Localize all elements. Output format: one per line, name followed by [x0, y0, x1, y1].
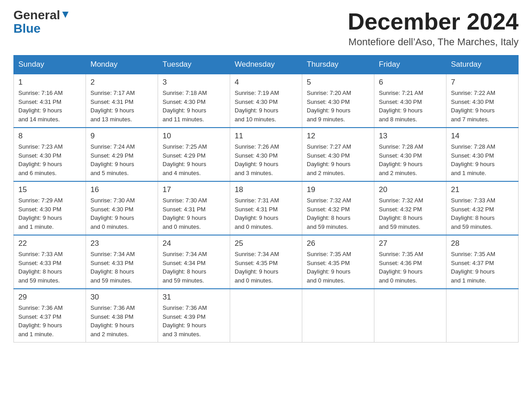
table-row: 2Sunrise: 7:17 AM Sunset: 4:31 PM Daylig…	[86, 74, 158, 128]
calendar-title: December 2024	[348, 9, 519, 34]
day-number: 8	[18, 132, 81, 141]
table-row: 10Sunrise: 7:25 AM Sunset: 4:29 PM Dayli…	[158, 128, 230, 181]
table-row: 13Sunrise: 7:28 AM Sunset: 4:30 PM Dayli…	[374, 128, 446, 181]
col-sunday: Sunday	[14, 56, 86, 74]
table-row: 17Sunrise: 7:30 AM Sunset: 4:31 PM Dayli…	[158, 181, 230, 235]
table-row: 29Sunrise: 7:36 AM Sunset: 4:37 PM Dayli…	[14, 289, 86, 342]
day-info: Sunrise: 7:34 AM Sunset: 4:33 PM Dayligh…	[90, 250, 153, 285]
day-info: Sunrise: 7:35 AM Sunset: 4:35 PM Dayligh…	[307, 250, 369, 285]
table-row: 16Sunrise: 7:30 AM Sunset: 4:30 PM Dayli…	[86, 181, 158, 235]
day-number: 17	[163, 185, 225, 194]
calendar-table: Sunday Monday Tuesday Wednesday Thursday…	[13, 55, 519, 342]
day-number: 26	[307, 239, 369, 248]
table-row: 8Sunrise: 7:23 AM Sunset: 4:30 PM Daylig…	[14, 128, 86, 181]
day-info: Sunrise: 7:25 AM Sunset: 4:29 PM Dayligh…	[163, 142, 225, 177]
day-number: 25	[235, 239, 297, 248]
day-info: Sunrise: 7:35 AM Sunset: 4:37 PM Dayligh…	[451, 250, 514, 285]
day-info: Sunrise: 7:32 AM Sunset: 4:32 PM Dayligh…	[307, 196, 369, 231]
day-number: 9	[90, 132, 153, 141]
col-thursday: Thursday	[302, 56, 374, 74]
table-row: 9Sunrise: 7:24 AM Sunset: 4:29 PM Daylig…	[86, 128, 158, 181]
table-row: 3Sunrise: 7:18 AM Sunset: 4:30 PM Daylig…	[158, 74, 230, 128]
calendar-week-row: 1Sunrise: 7:16 AM Sunset: 4:31 PM Daylig…	[14, 74, 519, 128]
day-info: Sunrise: 7:22 AM Sunset: 4:30 PM Dayligh…	[451, 89, 514, 124]
table-row: 15Sunrise: 7:29 AM Sunset: 4:30 PM Dayli…	[14, 181, 86, 235]
table-row: 30Sunrise: 7:36 AM Sunset: 4:38 PM Dayli…	[86, 289, 158, 342]
day-info: Sunrise: 7:31 AM Sunset: 4:31 PM Dayligh…	[235, 196, 297, 231]
title-block: December 2024 Montefiore dell’Aso, The M…	[348, 9, 519, 48]
day-number: 11	[235, 132, 297, 141]
day-info: Sunrise: 7:30 AM Sunset: 4:30 PM Dayligh…	[90, 196, 153, 231]
table-row: 7Sunrise: 7:22 AM Sunset: 4:30 PM Daylig…	[446, 74, 519, 128]
logo-general: General	[13, 9, 60, 21]
table-row	[302, 289, 374, 342]
calendar-week-row: 8Sunrise: 7:23 AM Sunset: 4:30 PM Daylig…	[14, 128, 519, 181]
table-row	[230, 289, 302, 342]
col-wednesday: Wednesday	[230, 56, 302, 74]
day-number: 1	[18, 78, 81, 87]
table-row: 12Sunrise: 7:27 AM Sunset: 4:30 PM Dayli…	[302, 128, 374, 181]
table-row: 19Sunrise: 7:32 AM Sunset: 4:32 PM Dayli…	[302, 181, 374, 235]
day-number: 21	[451, 185, 514, 194]
table-row: 18Sunrise: 7:31 AM Sunset: 4:31 PM Dayli…	[230, 181, 302, 235]
day-number: 27	[379, 239, 442, 248]
day-info: Sunrise: 7:34 AM Sunset: 4:34 PM Dayligh…	[163, 250, 225, 285]
day-info: Sunrise: 7:16 AM Sunset: 4:31 PM Dayligh…	[18, 89, 81, 124]
day-number: 13	[379, 132, 442, 141]
calendar-week-row: 29Sunrise: 7:36 AM Sunset: 4:37 PM Dayli…	[14, 289, 519, 342]
day-info: Sunrise: 7:28 AM Sunset: 4:30 PM Dayligh…	[379, 142, 442, 177]
day-info: Sunrise: 7:21 AM Sunset: 4:30 PM Dayligh…	[379, 89, 442, 124]
day-info: Sunrise: 7:36 AM Sunset: 4:39 PM Dayligh…	[163, 304, 225, 338]
calendar-week-row: 22Sunrise: 7:33 AM Sunset: 4:33 PM Dayli…	[14, 235, 519, 289]
day-info: Sunrise: 7:36 AM Sunset: 4:38 PM Dayligh…	[90, 304, 153, 338]
table-row: 6Sunrise: 7:21 AM Sunset: 4:30 PM Daylig…	[374, 74, 446, 128]
logo-triangle-icon	[60, 10, 70, 20]
table-row: 5Sunrise: 7:20 AM Sunset: 4:30 PM Daylig…	[302, 74, 374, 128]
table-row	[374, 289, 446, 342]
col-friday: Friday	[374, 56, 446, 74]
day-number: 18	[235, 185, 297, 194]
table-row	[446, 289, 519, 342]
calendar-header-row: Sunday Monday Tuesday Wednesday Thursday…	[14, 56, 519, 74]
day-info: Sunrise: 7:29 AM Sunset: 4:30 PM Dayligh…	[18, 196, 81, 231]
day-number: 28	[451, 239, 514, 248]
page-header: General Blue December 2024 Montefiore de…	[13, 9, 519, 48]
logo-blue: Blue	[13, 22, 41, 35]
day-number: 16	[90, 185, 153, 194]
day-number: 19	[307, 185, 369, 194]
day-info: Sunrise: 7:28 AM Sunset: 4:30 PM Dayligh…	[451, 142, 514, 177]
day-info: Sunrise: 7:20 AM Sunset: 4:30 PM Dayligh…	[307, 89, 369, 124]
table-row: 20Sunrise: 7:32 AM Sunset: 4:32 PM Dayli…	[374, 181, 446, 235]
day-number: 15	[18, 185, 81, 194]
day-info: Sunrise: 7:27 AM Sunset: 4:30 PM Dayligh…	[307, 142, 369, 177]
day-info: Sunrise: 7:35 AM Sunset: 4:36 PM Dayligh…	[379, 250, 442, 285]
day-number: 6	[379, 78, 442, 87]
day-info: Sunrise: 7:36 AM Sunset: 4:37 PM Dayligh…	[18, 304, 81, 338]
table-row: 25Sunrise: 7:34 AM Sunset: 4:35 PM Dayli…	[230, 235, 302, 289]
day-info: Sunrise: 7:19 AM Sunset: 4:30 PM Dayligh…	[235, 89, 297, 124]
day-info: Sunrise: 7:24 AM Sunset: 4:29 PM Dayligh…	[90, 142, 153, 177]
day-info: Sunrise: 7:26 AM Sunset: 4:30 PM Dayligh…	[235, 142, 297, 177]
svg-marker-0	[62, 12, 69, 18]
day-number: 24	[163, 239, 225, 248]
col-tuesday: Tuesday	[158, 56, 230, 74]
day-info: Sunrise: 7:33 AM Sunset: 4:33 PM Dayligh…	[18, 250, 81, 285]
table-row: 31Sunrise: 7:36 AM Sunset: 4:39 PM Dayli…	[158, 289, 230, 342]
day-number: 23	[90, 239, 153, 248]
table-row: 4Sunrise: 7:19 AM Sunset: 4:30 PM Daylig…	[230, 74, 302, 128]
calendar-week-row: 15Sunrise: 7:29 AM Sunset: 4:30 PM Dayli…	[14, 181, 519, 235]
table-row: 1Sunrise: 7:16 AM Sunset: 4:31 PM Daylig…	[14, 74, 86, 128]
day-info: Sunrise: 7:32 AM Sunset: 4:32 PM Dayligh…	[379, 196, 442, 231]
logo: General Blue	[13, 9, 70, 35]
day-info: Sunrise: 7:17 AM Sunset: 4:31 PM Dayligh…	[90, 89, 153, 124]
col-monday: Monday	[86, 56, 158, 74]
day-number: 31	[163, 293, 225, 302]
calendar-subtitle: Montefiore dell’Aso, The Marches, Italy	[348, 36, 519, 48]
day-number: 5	[307, 78, 369, 87]
table-row: 28Sunrise: 7:35 AM Sunset: 4:37 PM Dayli…	[446, 235, 519, 289]
col-saturday: Saturday	[446, 56, 519, 74]
day-info: Sunrise: 7:34 AM Sunset: 4:35 PM Dayligh…	[235, 250, 297, 285]
day-number: 7	[451, 78, 514, 87]
day-number: 29	[18, 293, 81, 302]
table-row: 22Sunrise: 7:33 AM Sunset: 4:33 PM Dayli…	[14, 235, 86, 289]
